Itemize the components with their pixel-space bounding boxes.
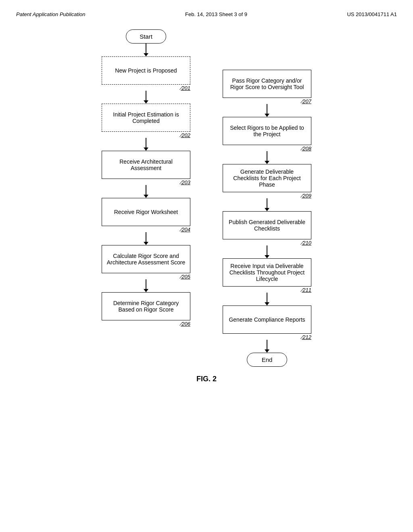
arrow-204-205 [144,232,148,245]
arrow-head [265,161,269,164]
arrow-head [144,53,148,56]
start-oval: Start [126,29,166,44]
box-212-wrapper: Generate Compliance Reports ∕212 [223,305,311,340]
box-210-wrapper: Publish Generated Deliverable Checklists… [223,211,311,245]
arrow-line [146,279,146,289]
box-206: Determine Rigor Category Based on Rigor … [102,292,190,320]
box-201-label: New Project is Proposed [115,67,177,74]
arrow-head [265,349,269,353]
box-210: Publish Generated Deliverable Checklists [223,211,311,239]
arrow-line [146,91,146,100]
arrow-head [265,208,269,211]
box-202-wrapper: Initial Project Estimation is Completed … [102,104,190,138]
ref-210: ∕210 [302,240,311,245]
diagram: Start New Project is Proposed ∕201 [16,29,397,367]
ref-208: ∕208 [302,146,311,151]
box-205: Calculate Rigor Score and Architecture A… [102,245,190,273]
arrow-head [144,100,148,104]
header-left: Patent Application Publication [16,11,86,17]
arrow-head [265,114,269,117]
box-208-label: Select Rigors to be Applied to the Proje… [227,125,307,137]
box-207-wrapper: Pass Rigor Category and/or Rigor Score t… [223,70,311,104]
box-206-wrapper: Determine Rigor Category Based on Rigor … [102,292,190,326]
box-211-label: Receive Input via Deliverable Checklists… [227,263,307,282]
ref-201: ∕201 [181,85,190,91]
ref-211: ∕211 [302,287,311,293]
ref-209: ∕209 [302,193,311,198]
arrow-head [144,148,148,151]
box-203-wrapper: Receive Architectural Assessment ∕203 [102,151,190,185]
box-201: New Project is Proposed [102,56,190,85]
box-210-label: Publish Generated Deliverable Checklists [227,219,307,232]
ref-202: ∕202 [181,133,190,138]
ref-203: ∕203 [181,180,190,185]
arrow-head [144,195,148,198]
arrow-head [144,289,148,292]
ref-206: ∕206 [181,321,190,326]
box-204: Receive Rigor Worksheet [102,198,190,226]
arrow-201-202 [144,91,148,104]
box-211-wrapper: Receive Input via Deliverable Checklists… [223,258,311,293]
box-208-wrapper: Select Rigors to be Applied to the Proje… [223,117,311,151]
box-209: Generate Deliverable Checklists for Each… [223,164,311,192]
box-203: Receive Architectural Assessment [102,151,190,179]
arrow-line [267,293,267,302]
arrow-210-211 [265,245,269,258]
arrow-head [265,302,269,305]
page: Patent Application Publication Feb. 14, … [0,0,413,532]
arrow-line [267,340,267,349]
arrow-start-201 [144,44,148,56]
box-204-label: Receive Rigor Worksheet [114,209,178,215]
box-201-wrapper: New Project is Proposed ∕201 [102,56,190,91]
box-209-label: Generate Deliverable Checklists for Each… [227,168,307,188]
box-207: Pass Rigor Category and/or Rigor Score t… [223,70,311,98]
arrow-line [146,138,146,148]
arrow-207-208 [265,104,269,117]
arrow-202-203 [144,138,148,151]
box-212: Generate Compliance Reports [223,305,311,334]
box-208: Select Rigors to be Applied to the Proje… [223,117,311,145]
arrow-203-204 [144,185,148,198]
arrow-head [265,255,269,258]
arrow-head [144,242,148,245]
arrow-212-end [265,340,269,353]
arrow-line [267,104,267,114]
box-211: Receive Input via Deliverable Checklists… [223,258,311,287]
arrow-205-206 [144,279,148,292]
left-column: Start New Project is Proposed ∕201 [98,29,194,326]
box-205-label: Calculate Rigor Score and Architecture A… [106,253,186,266]
box-203-label: Receive Architectural Assessment [106,158,186,171]
arrow-line [146,44,146,53]
arrow-211-212 [265,293,269,305]
header-center: Feb. 14, 2013 Sheet 3 of 9 [185,11,247,17]
right-column: Pass Rigor Category and/or Rigor Score t… [219,70,315,367]
arrow-line [267,151,267,161]
arrow-line [267,245,267,255]
box-209-wrapper: Generate Deliverable Checklists for Each… [223,164,311,198]
box-206-label: Determine Rigor Category Based on Rigor … [106,300,186,313]
box-207-label: Pass Rigor Category and/or Rigor Score t… [227,77,307,90]
header-right: US 2013/0041711 A1 [347,11,397,17]
ref-207: ∕207 [302,99,311,104]
box-205-wrapper: Calculate Rigor Score and Architecture A… [102,245,190,279]
end-oval: End [247,353,287,367]
box-202-label: Initial Project Estimation is Completed [106,111,186,124]
arrow-line [146,232,146,242]
figure-caption: FIG. 2 [16,375,397,391]
arrow-209-210 [265,198,269,211]
arrow-208-209 [265,151,269,164]
page-header: Patent Application Publication Feb. 14, … [16,8,397,25]
arrow-line [267,198,267,208]
box-202: Initial Project Estimation is Completed [102,104,190,132]
ref-212: ∕212 [302,335,311,340]
ref-205: ∕205 [181,274,190,279]
box-204-wrapper: Receive Rigor Worksheet ∕204 [102,198,190,232]
box-212-label: Generate Compliance Reports [229,316,305,323]
arrow-line [146,185,146,195]
ref-204: ∕204 [181,227,190,232]
